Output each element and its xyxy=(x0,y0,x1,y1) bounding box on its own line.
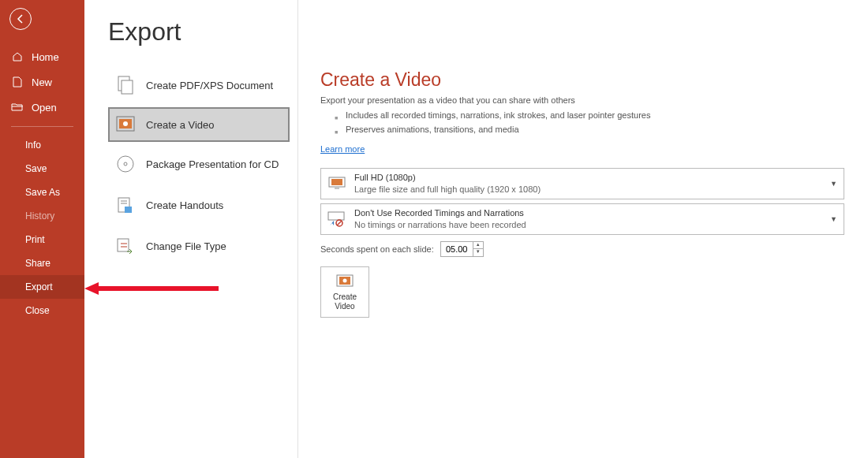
svg-rect-13 xyxy=(331,179,342,185)
sidebar-item-label: New xyxy=(32,76,52,88)
dropdown-subtitle: Large file size and full high quality (1… xyxy=(354,184,830,195)
cd-icon xyxy=(114,153,137,175)
seconds-input[interactable] xyxy=(441,244,473,254)
spinner-down-button[interactable]: ▼ xyxy=(473,249,483,256)
chevron-down-icon: ▼ xyxy=(830,215,837,223)
sidebar-divider xyxy=(11,126,73,127)
svg-point-5 xyxy=(118,156,133,172)
svg-rect-1 xyxy=(122,80,133,94)
learn-more-link[interactable]: Learn more xyxy=(320,144,365,154)
timings-dropdown[interactable]: Don't Use Recorded Timings and Narration… xyxy=(320,203,844,235)
sidebar-item-export[interactable]: Export xyxy=(0,275,84,299)
no-narration-icon xyxy=(327,210,346,229)
export-option-label: Package Presentation for CD xyxy=(146,158,279,170)
bullet-item: Preserves animations, transitions, and m… xyxy=(335,122,844,136)
export-options-pane: Export Create PDF/XPS Document Create a … xyxy=(84,0,298,458)
create-video-button[interactable]: CreateVideo xyxy=(320,266,369,318)
backstage-sidebar: Home New Open Info Save Save As History … xyxy=(0,0,84,458)
handouts-icon xyxy=(114,194,137,216)
detail-title: Create a Video xyxy=(320,69,844,91)
svg-point-4 xyxy=(123,121,128,126)
seconds-per-slide-row: Seconds spent on each slide: ▲ ▼ xyxy=(320,241,844,257)
chevron-down-icon: ▼ xyxy=(830,180,837,188)
sidebar-item-share[interactable]: Share xyxy=(0,251,84,275)
spinner-up-button[interactable]: ▲ xyxy=(473,242,483,249)
main-area: Export Create PDF/XPS Document Create a … xyxy=(84,0,868,458)
pdf-icon xyxy=(114,74,137,96)
export-option-package-cd[interactable]: Package Presentation for CD xyxy=(108,145,290,183)
video-quality-dropdown[interactable]: Full HD (1080p) Large file size and full… xyxy=(320,168,844,199)
back-button[interactable] xyxy=(9,8,32,30)
detail-bullets: Includes all recorded timings, narration… xyxy=(335,108,844,136)
arrow-left-icon xyxy=(15,13,26,24)
sidebar-item-home[interactable]: Home xyxy=(0,44,84,69)
change-file-type-icon xyxy=(114,235,137,257)
page-title: Export xyxy=(108,17,290,47)
sidebar-item-label: Home xyxy=(32,51,59,63)
export-detail-pane: Welcome to PowerPoint - PowerPoint Creat… xyxy=(298,0,868,458)
export-option-change-file-type[interactable]: Change File Type xyxy=(108,227,290,265)
export-option-label: Change File Type xyxy=(146,240,226,252)
svg-rect-15 xyxy=(328,212,344,220)
create-video-button-label: CreateVideo xyxy=(333,292,357,311)
svg-line-17 xyxy=(337,221,342,225)
create-video-icon xyxy=(335,274,354,289)
svg-point-20 xyxy=(343,278,347,282)
sidebar-item-new[interactable]: New xyxy=(0,69,84,95)
export-option-pdf-xps[interactable]: Create PDF/XPS Document xyxy=(108,66,290,104)
seconds-spinner[interactable]: ▲ ▼ xyxy=(440,241,484,257)
svg-point-6 xyxy=(124,162,127,166)
export-option-create-video[interactable]: Create a Video xyxy=(108,107,290,142)
dropdown-title: Don't Use Recorded Timings and Narration… xyxy=(354,207,830,219)
sidebar-item-label: Open xyxy=(32,102,57,114)
video-icon xyxy=(114,114,137,136)
svg-rect-10 xyxy=(125,207,132,213)
seconds-label: Seconds spent on each slide: xyxy=(320,244,434,254)
bullet-item: Includes all recorded timings, narration… xyxy=(335,108,844,122)
sidebar-item-save-as[interactable]: Save As xyxy=(0,181,84,204)
sidebar-item-open[interactable]: Open xyxy=(0,95,84,120)
monitor-icon xyxy=(327,174,346,193)
detail-subtitle: Export your presentation as a video that… xyxy=(320,95,844,105)
export-option-handouts[interactable]: Create Handouts xyxy=(108,186,290,224)
dropdown-subtitle: No timings or narrations have been recor… xyxy=(354,219,830,231)
dropdown-title: Full HD (1080p) xyxy=(354,172,830,184)
sidebar-item-history[interactable]: History xyxy=(0,204,84,228)
folder-open-icon xyxy=(11,101,24,114)
sidebar-item-info[interactable]: Info xyxy=(0,133,84,157)
new-icon xyxy=(11,76,24,88)
sidebar-item-print[interactable]: Print xyxy=(0,228,84,251)
svg-rect-11 xyxy=(118,239,129,251)
sidebar-item-save[interactable]: Save xyxy=(0,157,84,181)
sidebar-item-close[interactable]: Close xyxy=(0,299,84,322)
export-option-label: Create a Video xyxy=(146,119,215,131)
home-icon xyxy=(11,50,24,63)
export-option-label: Create PDF/XPS Document xyxy=(146,80,273,91)
export-option-label: Create Handouts xyxy=(146,199,223,211)
